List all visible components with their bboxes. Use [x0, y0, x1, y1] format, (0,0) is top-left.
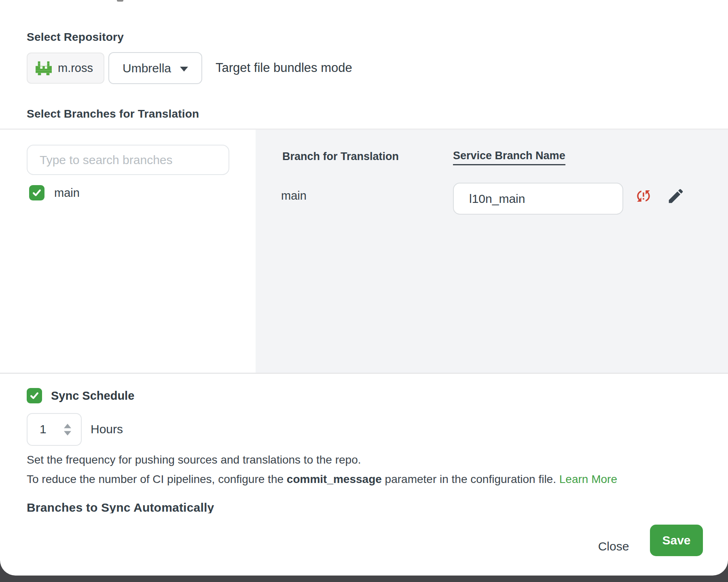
checkmark-icon	[32, 188, 42, 198]
stepper-up-icon[interactable]	[64, 424, 71, 428]
service-branch-input[interactable]	[453, 183, 623, 215]
sync-schedule-checkbox[interactable]	[27, 388, 42, 403]
branches-to-sync-heading: Branches to Sync Automatically	[27, 501, 350, 513]
mapped-branch-name: main	[281, 189, 307, 202]
sync-schedule-label: Sync Schedule	[51, 389, 134, 403]
hours-stepper-value: 1	[40, 422, 47, 436]
repository-button[interactable]: m.ross	[27, 53, 104, 84]
learn-more-link[interactable]: Learn More	[559, 473, 617, 485]
project-dropdown[interactable]: Umbrella	[108, 52, 202, 84]
repository-name-label: m.ross	[58, 61, 93, 75]
pencil-icon[interactable]	[667, 187, 685, 205]
save-button[interactable]: Save	[650, 525, 703, 556]
section-divider-bottom	[0, 373, 728, 374]
sync-schedule-row: Sync Schedule	[27, 388, 134, 403]
select-repository-heading: Select Repository	[27, 31, 124, 44]
select-branches-heading: Select Branches for Translation	[27, 108, 199, 120]
ci-pipelines-note: To reduce the number of CI pipelines, co…	[27, 473, 617, 486]
hours-unit-label: Hours	[91, 422, 123, 436]
frequency-description: Set the frequency for pushing sources an…	[27, 453, 361, 466]
branch-checkbox[interactable]	[29, 185, 44, 200]
sync-error-icon[interactable]	[635, 188, 652, 205]
repository-settings-modal: Select Repository m.ross Umbrella Target…	[0, 0, 728, 576]
ci-note-prefix: To reduce the number of CI pipelines, co…	[27, 473, 287, 485]
search-branches-input[interactable]	[27, 145, 229, 175]
ci-note-suffix: parameter in the configuration file.	[382, 473, 559, 485]
column-service-branch-name: Service Branch Name	[453, 150, 565, 165]
branch-label: main	[54, 186, 80, 200]
checkmark-icon	[29, 390, 40, 401]
column-branch-for-translation: Branch for Translation	[282, 150, 399, 163]
commit-message-param: commit_message	[287, 473, 382, 485]
stepper-arrows	[64, 424, 71, 435]
chevron-down-icon	[180, 67, 188, 72]
branch-list-item: main	[29, 185, 80, 200]
branch-mapping-panel	[256, 130, 728, 373]
close-button[interactable]: Close	[587, 534, 640, 559]
clipped-content-artifact	[117, 0, 123, 2]
target-mode-label: Target file bundles mode	[216, 61, 352, 75]
project-dropdown-value: Umbrella	[123, 61, 171, 75]
pixel-avatar-icon	[36, 61, 52, 76]
hours-stepper[interactable]: 1	[27, 413, 82, 446]
stepper-down-icon[interactable]	[64, 431, 71, 435]
auto-sync-heading-clip: Branches to Sync Automatically	[27, 501, 350, 513]
